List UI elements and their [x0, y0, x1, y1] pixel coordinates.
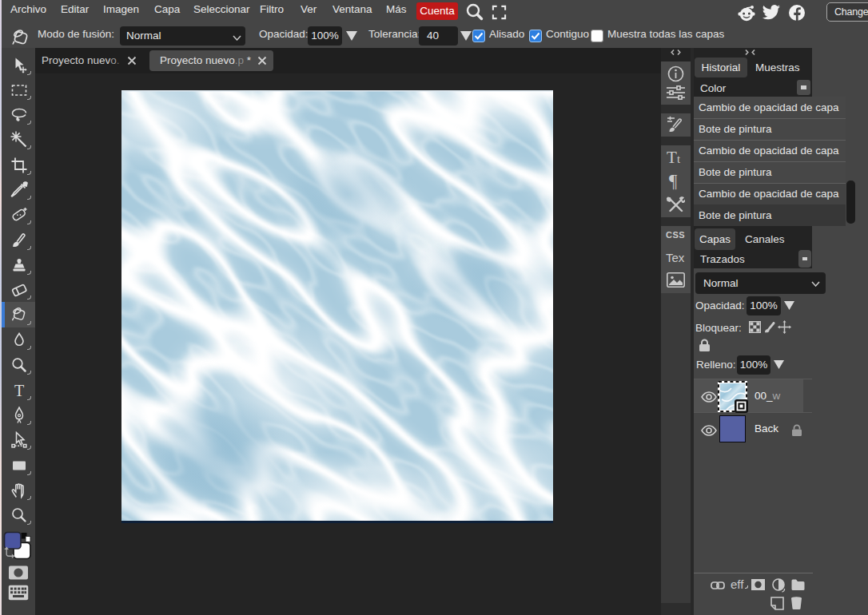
svg-text:T: T — [667, 149, 677, 166]
svg-text:t: t — [677, 153, 681, 165]
svg-text:T: T — [14, 382, 24, 399]
svg-text:¶: ¶ — [669, 172, 678, 190]
